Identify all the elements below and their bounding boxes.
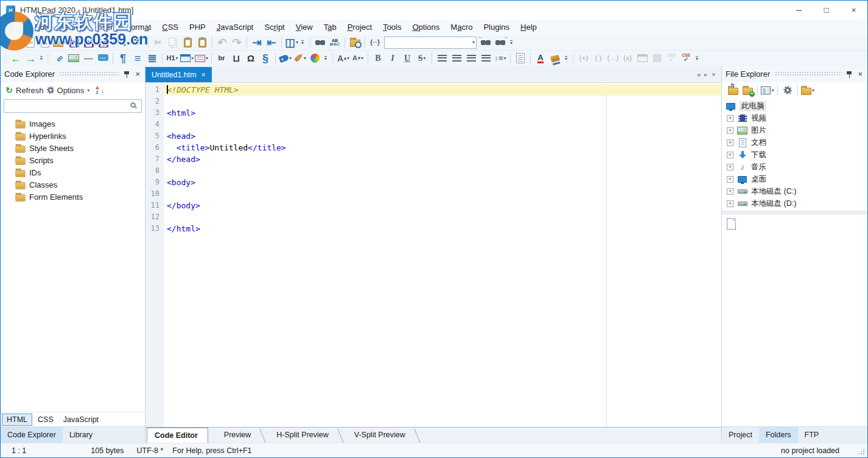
open-file-icon[interactable]: ▾ (52, 35, 67, 50)
file-tree-item-drive-d[interactable]: +本地磁盘 (D:) (722, 197, 867, 210)
toolbar-grip[interactable] (4, 37, 7, 48)
view-mode-icon[interactable]: ▾ (760, 83, 775, 97)
heading-icon[interactable]: H1▾ (165, 51, 180, 66)
script-icon[interactable]: § (258, 51, 273, 66)
navigate-forward-icon[interactable]: → (23, 51, 38, 66)
toolbar-overflow-icon[interactable]: ▾ (562, 52, 570, 65)
menu-item-script[interactable]: Script (259, 21, 290, 33)
menu-item-javascript[interactable]: JavaScript (211, 21, 259, 33)
close-icon[interactable]: × (858, 69, 863, 79)
options-button[interactable]: Options (57, 86, 85, 95)
tab-library[interactable]: Library (63, 427, 99, 443)
settings-gear-icon[interactable] (780, 83, 795, 97)
file-tree-item-documents[interactable]: +文档 (722, 136, 867, 149)
bullet-list-icon[interactable]: ≡ (130, 51, 145, 66)
tab-css[interactable]: CSS (33, 414, 58, 425)
tab-folders[interactable]: Folders (759, 427, 798, 443)
new-folder-icon[interactable] (740, 83, 755, 97)
code-explorer-item-scripts[interactable]: Scripts (1, 154, 145, 166)
parent-folder-icon[interactable] (726, 83, 740, 97)
hyperlink-icon[interactable]: ∞ (52, 51, 66, 66)
form-icon[interactable]: ▾ (194, 51, 209, 66)
find-previous-icon[interactable] (478, 35, 493, 50)
menu-item-project[interactable]: Project (342, 21, 377, 33)
expander-icon[interactable]: + (727, 127, 733, 134)
expander-icon[interactable]: + (727, 115, 733, 122)
find-next-icon[interactable] (493, 35, 508, 50)
div-block-icon[interactable] (513, 51, 528, 66)
navigate-back-icon[interactable]: ← (9, 51, 23, 66)
horizontal-rule-icon[interactable]: — (81, 51, 96, 66)
bold-icon[interactable]: B (371, 51, 385, 66)
maximize-button[interactable]: □ (813, 1, 840, 19)
line-spacing-icon[interactable]: ▾ (493, 51, 508, 66)
file-tree-item-computer[interactable]: 此电脑 (722, 100, 867, 112)
sort-az-icon[interactable]: AZ (96, 86, 99, 95)
underline-icon[interactable]: U (400, 51, 415, 66)
close-icon[interactable]: × (135, 69, 140, 79)
file-tree-item-pictures[interactable]: +图片 (722, 124, 867, 136)
tab-ftp[interactable]: FTP (798, 427, 826, 443)
toolbar-grip[interactable] (47, 53, 50, 64)
tab-html[interactable]: HTML (2, 414, 32, 426)
comment-icon[interactable] (96, 51, 110, 66)
fill-color-icon[interactable] (548, 51, 562, 66)
tab-code-explorer[interactable]: Code Explorer (1, 427, 63, 443)
tab-javascript[interactable]: JavaScript (59, 414, 103, 425)
quick-find-icon[interactable]: ▾ (116, 35, 131, 50)
file-tree-item-desktop[interactable]: +桌面 (722, 173, 867, 185)
tag-icon[interactable]: ▾ (278, 51, 293, 66)
find-icon[interactable] (313, 35, 327, 50)
tab-scroll-left-icon[interactable]: ◂ (696, 71, 700, 79)
menu-item-insert[interactable]: Insert (90, 21, 121, 33)
font-decrease-icon[interactable]: ▾ (351, 51, 365, 66)
toolbar-overflow-icon[interactable]: ▾ (299, 36, 306, 49)
panel-drag-handle[interactable] (775, 71, 842, 77)
clipboard-icon[interactable] (195, 35, 209, 50)
file-tree-item-videos[interactable]: +视频 (722, 112, 867, 124)
menu-item-file[interactable]: File (5, 21, 29, 33)
panel-layout-icon[interactable]: ◫▾ (284, 35, 299, 50)
image-icon[interactable] (66, 51, 81, 66)
indent-increase-icon[interactable]: ⇥ (250, 35, 264, 50)
toolbar-grip[interactable] (572, 53, 575, 64)
find-in-files-icon[interactable] (348, 35, 362, 50)
new-styled-document-icon[interactable] (38, 35, 52, 50)
css-validate-icon[interactable] (679, 51, 693, 66)
justify-icon[interactable] (478, 51, 493, 66)
toolbar-grip[interactable] (4, 53, 7, 64)
resize-grip[interactable] (858, 448, 865, 455)
tab-menu-icon[interactable]: ▾ (712, 71, 715, 79)
folders-icon[interactable]: ▾ (800, 83, 815, 97)
code-explorer-item-ids[interactable]: IDs (1, 166, 145, 178)
code-explorer-item-hyperlinks[interactable]: Hyperlinks (1, 130, 145, 142)
toolbar-grip[interactable] (308, 37, 311, 48)
menu-item-macro[interactable]: Macro (445, 21, 478, 33)
chevron-down-icon[interactable]: ▾ (472, 40, 475, 45)
expander-icon[interactable]: + (727, 152, 733, 158)
new-document-icon[interactable]: ▾ (9, 35, 23, 50)
font-increase-icon[interactable]: ▾ (336, 51, 351, 66)
paragraph-icon[interactable]: ¶ (116, 51, 130, 66)
code-explorer-item-classes[interactable]: Classes (1, 178, 145, 191)
file-tree-item-downloads[interactable]: +下载 (722, 149, 867, 161)
tab-scroll-right-icon[interactable]: ▸ (704, 71, 708, 79)
replace-icon[interactable] (327, 35, 342, 50)
save-as-icon[interactable] (96, 35, 111, 50)
toolbar-overflow-icon[interactable]: ▾ (322, 52, 329, 65)
save-icon[interactable] (67, 35, 82, 50)
menu-item-css[interactable]: CSS (156, 21, 184, 33)
menu-item-tab[interactable]: Tab (318, 21, 342, 33)
code-explorer-item-style-sheets[interactable]: Style Sheets (1, 142, 145, 154)
menu-item-options[interactable]: Options (407, 21, 445, 33)
file-icon[interactable] (727, 218, 736, 230)
special-character-icon[interactable]: Ω (243, 51, 258, 66)
toolbar-overflow-icon[interactable]: ▾ (38, 52, 45, 65)
menu-item-help[interactable]: Help (515, 21, 542, 33)
align-left-icon[interactable] (435, 51, 449, 66)
expander-icon[interactable]: + (727, 188, 733, 195)
expander-icon[interactable]: + (727, 164, 733, 171)
toolbar-overflow-icon[interactable]: ▾ (693, 52, 701, 65)
format-painter-icon[interactable]: ✐▾ (293, 51, 307, 66)
font-color-icon[interactable]: A (533, 51, 548, 66)
